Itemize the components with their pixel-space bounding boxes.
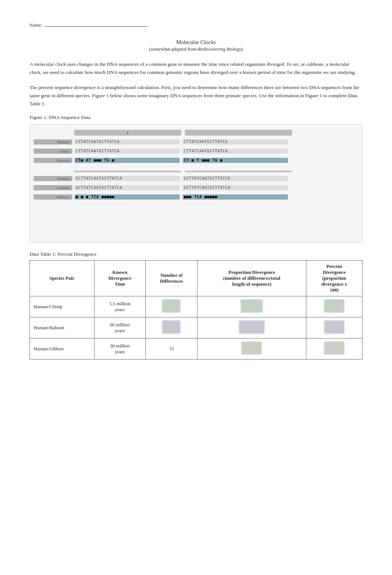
subtitle-book: Rediscovering Biology (198, 46, 241, 52)
species-pair-human-baboon: Human-Baboon (30, 317, 94, 338)
table-row-human-baboon: Human-Baboon 60 millionyears (30, 317, 362, 338)
table-row-human-gibbon: Human-Gibbon 30 millionyears 15 (30, 338, 362, 360)
col-header-num-diff: Number ofDifferences (145, 261, 197, 296)
divergence-time-human-gibbon: 30 millionyears (94, 338, 145, 360)
dna-figure: 1 Human CTTATCAATGCTTATCA CTTATCAATGCTTA… (30, 124, 362, 242)
dna-row-human-1: Human CTTATCAATGCTTATCA CTTATCAATGCTTATC… (34, 138, 358, 146)
name-underline (45, 26, 148, 27)
num-diff-human-baboon (145, 317, 197, 338)
proportion-human-baboon (197, 317, 306, 338)
divergence-time-human-baboon: 60 millionyears (94, 317, 145, 338)
table-caption: Data Table 1: Percent Divergence (30, 251, 362, 257)
name-label: Name: (30, 22, 42, 28)
col-header-percent: PercentDivergence(proportiondivergence x… (306, 261, 362, 296)
species-pair-human-gibbon: Human-Gibbon (30, 338, 94, 360)
dna-row-baboon-1: Baboon CT■ AT ■■■ TG ■ CT ■ T ■■■ TG ■ (34, 156, 358, 164)
paragraph-2: The percent sequence divergence is a str… (30, 84, 362, 108)
dna-row-baboon-2: Baboon ■ ■ ■ TCA ■■■■■ ■■■ TCA ■■■■■ (34, 193, 358, 201)
col-header-species: Species Pair (30, 261, 94, 296)
dna-row-gibbon-1: Gibbon GCTTATCAATGCTTATCA GCTTATCAATGCTT… (34, 184, 358, 192)
data-table: Species Pair KnownDivergenceTime Number … (30, 260, 362, 360)
dna-label-human: Human (34, 139, 72, 144)
title-block: Molecular Clocks (somewhat adapted from … (30, 39, 362, 52)
percent-human-chimp (306, 296, 362, 317)
percent-human-baboon (306, 317, 362, 338)
dna-row-chimp-1: Chimp CTTATCAATGCTTATCA CTTATCAATGCTTATC… (34, 147, 358, 155)
col-header-divergence-time: KnownDivergenceTime (94, 261, 145, 296)
species-pair-human-chimp: Human-Chimp (30, 296, 94, 317)
figure-caption: Figure 1: DNA Sequence Data (30, 115, 362, 120)
num-diff-human-gibbon: 15 (145, 338, 197, 360)
document-title: Molecular Clocks (30, 39, 362, 45)
subtitle-prefix: (somewhat adapted from (149, 46, 198, 52)
proportion-human-chimp (197, 296, 306, 317)
table-row-human-chimp: Human-Chimp 5.5 millionyears (30, 296, 362, 317)
name-field: Name: (30, 22, 362, 28)
dna-row-human-2: Human GCTTATCAATGCTTATCA GCTTATCAATGCTTA… (34, 174, 358, 183)
proportion-human-gibbon (197, 338, 306, 360)
paragraph-1: A molecular clock uses changes in the DN… (30, 60, 362, 77)
percent-human-gibbon (306, 338, 362, 360)
num-diff-human-chimp (145, 296, 197, 317)
col-header-proportion: Proportion Divergence(number of differen… (197, 261, 306, 296)
subtitle: (somewhat adapted from Rediscovering Bio… (30, 46, 362, 52)
subtitle-suffix: ) (241, 46, 243, 52)
divergence-time-human-chimp: 5.5 millionyears (94, 296, 145, 317)
